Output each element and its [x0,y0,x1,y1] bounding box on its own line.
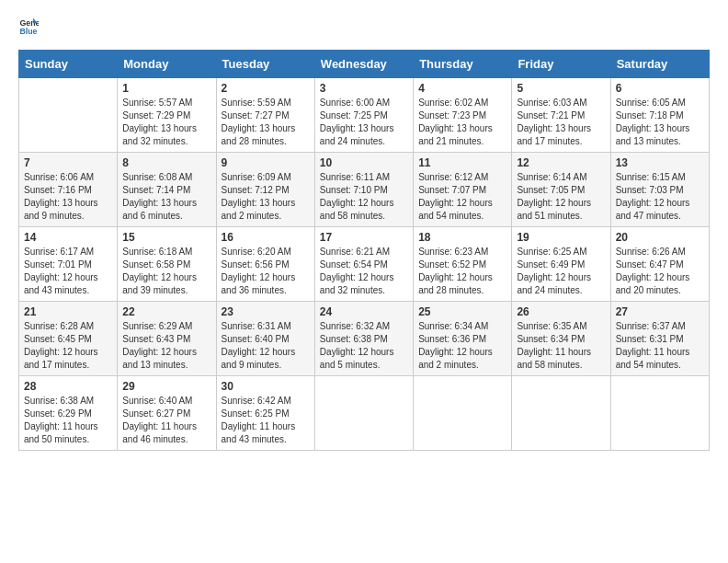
calendar-cell: 6Sunrise: 6:05 AM Sunset: 7:18 PM Daylig… [610,78,709,153]
day-info: Sunrise: 6:37 AM Sunset: 6:31 PM Dayligh… [616,320,704,372]
day-number: 17 [320,231,408,244]
day-info: Sunrise: 6:02 AM Sunset: 7:23 PM Dayligh… [418,97,506,148]
day-number: 28 [24,380,112,393]
day-info: Sunrise: 6:38 AM Sunset: 6:29 PM Dayligh… [24,395,112,446]
day-info: Sunrise: 6:06 AM Sunset: 7:16 PM Dayligh… [24,171,112,223]
day-info: Sunrise: 6:25 AM Sunset: 6:49 PM Dayligh… [517,246,605,297]
calendar-cell [610,376,709,451]
day-number: 25 [418,305,506,318]
day-info: Sunrise: 5:59 AM Sunset: 7:27 PM Dayligh… [222,97,310,148]
calendar-cell: 4Sunrise: 6:02 AM Sunset: 7:23 PM Daylig… [414,78,512,153]
calendar-week-row: 21Sunrise: 6:28 AM Sunset: 6:45 PM Dayli… [19,302,710,376]
calendar-cell: 26Sunrise: 6:35 AM Sunset: 6:34 PM Dayli… [512,302,610,376]
calendar-cell [19,78,118,153]
day-number: 22 [122,305,210,318]
day-number: 23 [222,305,310,318]
day-info: Sunrise: 6:17 AM Sunset: 7:01 PM Dayligh… [24,246,112,297]
day-number: 8 [122,156,210,169]
day-number: 12 [517,156,605,169]
weekday-header-tuesday: Tuesday [216,51,314,78]
day-number: 21 [24,305,112,318]
day-number: 13 [616,156,704,169]
day-number: 16 [222,231,310,244]
calendar-cell: 19Sunrise: 6:25 AM Sunset: 6:49 PM Dayli… [512,227,610,302]
calendar-cell: 10Sunrise: 6:11 AM Sunset: 7:10 PM Dayli… [314,153,413,227]
calendar-cell [512,376,610,451]
calendar-week-row: 28Sunrise: 6:38 AM Sunset: 6:29 PM Dayli… [19,376,710,451]
day-number: 10 [320,156,408,169]
day-number: 27 [616,305,704,318]
day-info: Sunrise: 6:00 AM Sunset: 7:25 PM Dayligh… [320,97,408,148]
calendar-cell: 27Sunrise: 6:37 AM Sunset: 6:31 PM Dayli… [610,302,709,376]
calendar-cell: 7Sunrise: 6:06 AM Sunset: 7:16 PM Daylig… [19,153,118,227]
calendar-cell: 24Sunrise: 6:32 AM Sunset: 6:38 PM Dayli… [314,302,413,376]
day-info: Sunrise: 6:08 AM Sunset: 7:14 PM Dayligh… [122,171,210,223]
weekday-header-thursday: Thursday [414,51,512,78]
day-number: 29 [122,380,210,393]
day-number: 4 [418,82,506,95]
calendar-cell: 18Sunrise: 6:23 AM Sunset: 6:52 PM Dayli… [414,227,512,302]
day-info: Sunrise: 6:40 AM Sunset: 6:27 PM Dayligh… [122,395,210,446]
day-info: Sunrise: 6:20 AM Sunset: 6:56 PM Dayligh… [222,246,310,297]
calendar-cell: 30Sunrise: 6:42 AM Sunset: 6:25 PM Dayli… [216,376,314,451]
day-info: Sunrise: 6:29 AM Sunset: 6:43 PM Dayligh… [122,320,210,372]
calendar-cell: 17Sunrise: 6:21 AM Sunset: 6:54 PM Dayli… [314,227,413,302]
calendar-cell: 2Sunrise: 5:59 AM Sunset: 7:27 PM Daylig… [216,78,314,153]
weekday-header-wednesday: Wednesday [314,51,413,78]
day-info: Sunrise: 6:42 AM Sunset: 6:25 PM Dayligh… [222,395,310,446]
calendar-header-row: SundayMondayTuesdayWednesdayThursdayFrid… [19,51,710,78]
day-info: Sunrise: 5:57 AM Sunset: 7:29 PM Dayligh… [122,97,210,148]
day-number: 6 [616,82,704,95]
calendar-cell: 14Sunrise: 6:17 AM Sunset: 7:01 PM Dayli… [19,227,118,302]
day-info: Sunrise: 6:18 AM Sunset: 6:58 PM Dayligh… [122,246,210,297]
day-info: Sunrise: 6:12 AM Sunset: 7:07 PM Dayligh… [418,171,506,223]
calendar-cell: 11Sunrise: 6:12 AM Sunset: 7:07 PM Dayli… [414,153,512,227]
day-info: Sunrise: 6:09 AM Sunset: 7:12 PM Dayligh… [222,171,310,223]
logo: General Blue [18,17,42,37]
calendar-week-row: 7Sunrise: 6:06 AM Sunset: 7:16 PM Daylig… [19,153,710,227]
weekday-header-sunday: Sunday [19,51,118,78]
calendar-cell: 15Sunrise: 6:18 AM Sunset: 6:58 PM Dayli… [118,227,216,302]
calendar-cell: 29Sunrise: 6:40 AM Sunset: 6:27 PM Dayli… [118,376,216,451]
day-number: 15 [122,231,210,244]
calendar-cell: 28Sunrise: 6:38 AM Sunset: 6:29 PM Dayli… [19,376,118,451]
day-number: 7 [24,156,112,169]
day-info: Sunrise: 6:11 AM Sunset: 7:10 PM Dayligh… [320,171,408,223]
calendar-cell: 5Sunrise: 6:03 AM Sunset: 7:21 PM Daylig… [512,78,610,153]
day-info: Sunrise: 6:14 AM Sunset: 7:05 PM Dayligh… [517,171,605,223]
calendar-week-row: 14Sunrise: 6:17 AM Sunset: 7:01 PM Dayli… [19,227,710,302]
day-info: Sunrise: 6:34 AM Sunset: 6:36 PM Dayligh… [418,320,506,372]
weekday-header-monday: Monday [118,51,216,78]
day-number: 18 [418,231,506,244]
day-number: 1 [122,82,210,95]
logo-icon: General Blue [18,17,39,37]
weekday-header-friday: Friday [512,51,610,78]
day-info: Sunrise: 6:31 AM Sunset: 6:40 PM Dayligh… [222,320,310,372]
calendar-cell: 22Sunrise: 6:29 AM Sunset: 6:43 PM Dayli… [118,302,216,376]
calendar-cell: 3Sunrise: 6:00 AM Sunset: 7:25 PM Daylig… [314,78,413,153]
day-number: 2 [222,82,310,95]
calendar-cell: 12Sunrise: 6:14 AM Sunset: 7:05 PM Dayli… [512,153,610,227]
calendar-cell: 25Sunrise: 6:34 AM Sunset: 6:36 PM Dayli… [414,302,512,376]
day-info: Sunrise: 6:21 AM Sunset: 6:54 PM Dayligh… [320,246,408,297]
day-number: 9 [222,156,310,169]
day-number: 19 [517,231,605,244]
page-header: General Blue [18,17,710,37]
calendar-cell: 13Sunrise: 6:15 AM Sunset: 7:03 PM Dayli… [610,153,709,227]
calendar-cell: 21Sunrise: 6:28 AM Sunset: 6:45 PM Dayli… [19,302,118,376]
day-number: 26 [517,305,605,318]
day-number: 30 [222,380,310,393]
calendar-cell: 20Sunrise: 6:26 AM Sunset: 6:47 PM Dayli… [610,227,709,302]
day-info: Sunrise: 6:03 AM Sunset: 7:21 PM Dayligh… [517,97,605,148]
calendar-cell: 16Sunrise: 6:20 AM Sunset: 6:56 PM Dayli… [216,227,314,302]
day-info: Sunrise: 6:28 AM Sunset: 6:45 PM Dayligh… [24,320,112,372]
day-number: 20 [616,231,704,244]
day-info: Sunrise: 6:23 AM Sunset: 6:52 PM Dayligh… [418,246,506,297]
day-info: Sunrise: 6:32 AM Sunset: 6:38 PM Dayligh… [320,320,408,372]
day-info: Sunrise: 6:35 AM Sunset: 6:34 PM Dayligh… [517,320,605,372]
calendar-cell: 1Sunrise: 5:57 AM Sunset: 7:29 PM Daylig… [118,78,216,153]
day-number: 3 [320,82,408,95]
calendar-cell [314,376,413,451]
day-info: Sunrise: 6:15 AM Sunset: 7:03 PM Dayligh… [616,171,704,223]
calendar-table: SundayMondayTuesdayWednesdayThursdayFrid… [18,50,710,451]
